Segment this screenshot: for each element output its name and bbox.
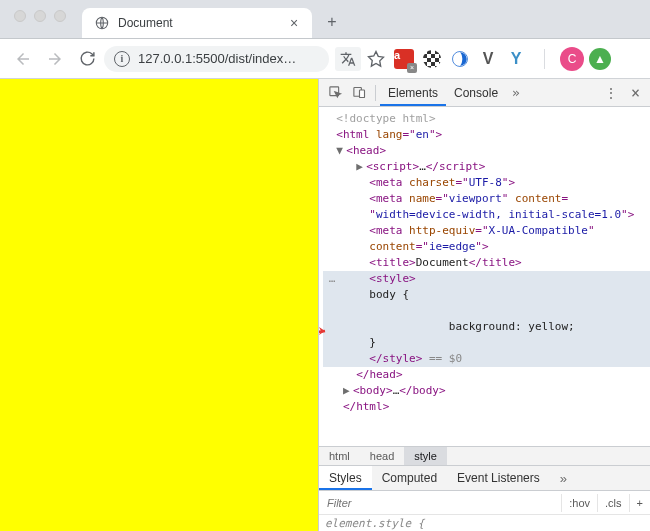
dom-node[interactable]: <meta http-equiv="X-UA-Compatible" — [323, 223, 650, 239]
dom-breadcrumb[interactable]: html head style — [319, 446, 650, 465]
dom-node[interactable]: } — [323, 335, 650, 351]
reload-button[interactable] — [72, 44, 102, 74]
info-icon[interactable]: i — [114, 51, 130, 67]
hov-button[interactable]: :hov — [561, 494, 597, 512]
tab-styles[interactable]: Styles — [319, 466, 372, 490]
devtools-panel: Elements Console » ⋮ × <!doctype html> <… — [318, 79, 650, 531]
devtools-menu-icon[interactable]: ⋮ — [598, 85, 625, 101]
dom-tree[interactable]: <!doctype html> <html lang="en"> ▼<head>… — [319, 107, 650, 446]
dom-node[interactable]: </html> — [323, 399, 650, 415]
breadcrumb-item[interactable]: style — [404, 447, 447, 465]
page-viewport[interactable] — [0, 79, 318, 531]
tab-title: Document — [118, 16, 173, 30]
window-controls[interactable] — [0, 0, 78, 26]
dom-node[interactable]: <!doctype html> — [323, 111, 650, 127]
browser-tab[interactable]: Document × — [82, 8, 312, 38]
extension-v-dark[interactable]: V — [475, 47, 501, 71]
new-tab-button[interactable]: + — [318, 8, 346, 36]
back-button[interactable] — [8, 44, 38, 74]
minimize-window[interactable] — [34, 10, 46, 22]
url-text: 127.0.0.1:5500/dist/index… — [138, 51, 319, 66]
dom-node[interactable]: ▶<script>…</script> — [323, 159, 650, 175]
dom-node[interactable]: body { — [323, 287, 650, 303]
breadcrumb-item[interactable]: head — [360, 447, 404, 465]
forward-button[interactable] — [40, 44, 70, 74]
svg-point-2 — [458, 56, 463, 61]
styles-tabs-overflow-icon[interactable]: » — [554, 471, 573, 486]
dom-node[interactable]: "width=device-width, initial-scale=1.0"> — [323, 207, 650, 223]
styles-content[interactable]: element.style { — [319, 515, 650, 531]
devtools-close-icon[interactable]: × — [625, 84, 646, 102]
tabs-overflow-icon[interactable]: » — [506, 85, 526, 100]
divider — [531, 47, 557, 71]
tab-computed[interactable]: Computed — [372, 466, 447, 490]
star-icon[interactable] — [363, 47, 389, 71]
extension-red[interactable]: a × — [391, 47, 417, 71]
address-bar[interactable]: i 127.0.0.1:5500/dist/index… — [104, 46, 329, 72]
translate-icon[interactable] — [335, 47, 361, 71]
dom-node-selected[interactable]: … <style> — [323, 271, 650, 287]
dom-node[interactable]: background: yellow; — [323, 303, 650, 335]
close-window[interactable] — [14, 10, 26, 22]
extension-green-up[interactable]: ▲ — [587, 47, 613, 71]
new-style-rule-button[interactable]: + — [629, 494, 650, 512]
extension-swirl[interactable] — [447, 47, 473, 71]
cls-button[interactable]: .cls — [597, 494, 629, 512]
extension-v-light[interactable]: Y — [503, 47, 529, 71]
dom-node[interactable]: content="ie=edge"> — [323, 239, 650, 255]
svg-rect-5 — [359, 90, 364, 98]
extension-checker[interactable] — [419, 47, 445, 71]
globe-icon — [94, 15, 110, 31]
device-toggle-icon[interactable] — [347, 81, 371, 105]
inspect-icon[interactable] — [323, 81, 347, 105]
profile-avatar[interactable]: C — [559, 47, 585, 71]
dom-node[interactable]: ▼<head> — [323, 143, 650, 159]
tab-elements[interactable]: Elements — [380, 80, 446, 106]
dom-node[interactable]: <meta name="viewport" content= — [323, 191, 650, 207]
close-tab-icon[interactable]: × — [286, 15, 302, 31]
dom-node[interactable]: </style> == $0 — [323, 351, 650, 367]
dom-node[interactable]: <html lang="en"> — [323, 127, 650, 143]
dom-node[interactable]: <meta charset="UTF-8"> — [323, 175, 650, 191]
dom-node[interactable]: ▶<body>…</body> — [323, 383, 650, 399]
dom-node[interactable]: </head> — [323, 367, 650, 383]
breadcrumb-item[interactable]: html — [319, 447, 360, 465]
maximize-window[interactable] — [54, 10, 66, 22]
tab-console[interactable]: Console — [446, 80, 506, 106]
dom-node[interactable]: <title>Document</title> — [323, 255, 650, 271]
tab-event-listeners[interactable]: Event Listeners — [447, 466, 550, 490]
styles-filter-input[interactable] — [319, 494, 561, 512]
